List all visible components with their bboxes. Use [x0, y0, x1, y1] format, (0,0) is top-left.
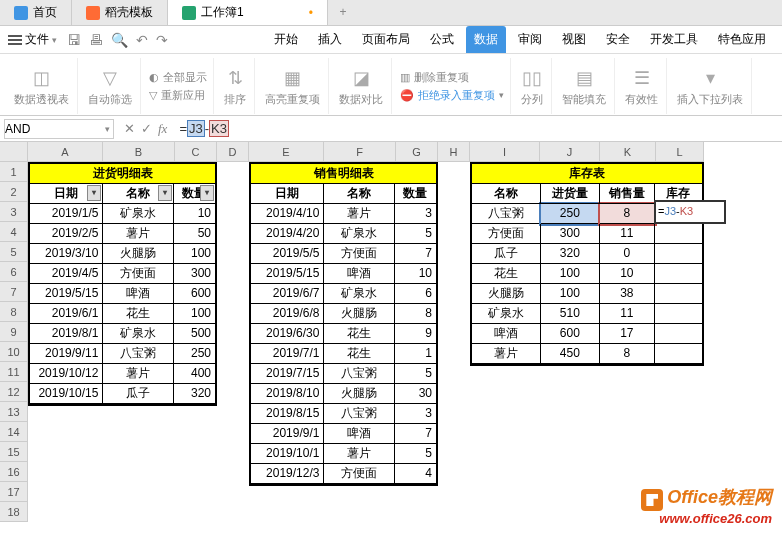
undo-icon[interactable]: ↶: [136, 32, 148, 48]
table-cell[interactable]: 11: [600, 224, 655, 244]
table-cell[interactable]: 啤酒: [472, 324, 541, 344]
table-cell[interactable]: 50: [174, 224, 215, 244]
table-cell[interactable]: 2019/10/15: [30, 384, 103, 404]
table-cell[interactable]: 9: [395, 324, 436, 344]
table-cell[interactable]: 320: [541, 244, 600, 264]
reapply-button[interactable]: ▽重新应用: [149, 88, 207, 103]
table-cell[interactable]: 薯片: [472, 344, 541, 364]
row-header-16[interactable]: 16: [0, 462, 28, 482]
tab-workbook[interactable]: 工作簿1 •: [168, 0, 328, 25]
row-header-5[interactable]: 5: [0, 242, 28, 262]
ribbon-tab-special[interactable]: 特色应用: [710, 26, 774, 53]
table-cell[interactable]: 花生: [324, 324, 394, 344]
table-cell[interactable]: 花生: [472, 264, 541, 284]
table-cell[interactable]: 2019/7/15: [251, 364, 324, 384]
row-header-4[interactable]: 4: [0, 222, 28, 242]
table-cell[interactable]: 啤酒: [103, 284, 173, 304]
name-box[interactable]: AND ▾: [4, 119, 114, 139]
autofilter-button[interactable]: ▽ 自动筛选: [80, 58, 141, 114]
table-cell[interactable]: 2019/6/1: [30, 304, 103, 324]
table-cell[interactable]: 5: [395, 444, 436, 464]
ribbon-tab-security[interactable]: 安全: [598, 26, 638, 53]
filter-dropdown-icon[interactable]: ▾: [200, 185, 214, 201]
row-header-6[interactable]: 6: [0, 262, 28, 282]
table-cell[interactable]: 100: [174, 304, 215, 324]
table-cell[interactable]: 10: [600, 264, 655, 284]
col-header-d[interactable]: D: [217, 142, 249, 162]
row-header-17[interactable]: 17: [0, 482, 28, 502]
fx-icon[interactable]: fx: [158, 121, 167, 137]
show-all-button[interactable]: ◐全部显示: [149, 70, 207, 85]
row-header-12[interactable]: 12: [0, 382, 28, 402]
col-header-f[interactable]: F: [324, 142, 396, 162]
table-cell[interactable]: 17: [600, 324, 655, 344]
table-cell[interactable]: [655, 264, 702, 284]
col-header-l[interactable]: L: [656, 142, 704, 162]
table-cell[interactable]: 1: [395, 344, 436, 364]
ribbon-tab-review[interactable]: 审阅: [510, 26, 550, 53]
row-header-7[interactable]: 7: [0, 282, 28, 302]
table-cell[interactable]: 510: [541, 304, 600, 324]
tab-template[interactable]: 稻壳模板: [72, 0, 168, 25]
table-cell[interactable]: 2019/8/15: [251, 404, 324, 424]
tab-home[interactable]: 首页: [0, 0, 72, 25]
table-cell[interactable]: 2019/6/7: [251, 284, 324, 304]
row-header-13[interactable]: 13: [0, 402, 28, 422]
table-cell[interactable]: 250: [174, 344, 215, 364]
table-cell[interactable]: 100: [541, 284, 600, 304]
table-cell[interactable]: 4: [395, 464, 436, 484]
table-cell[interactable]: 2019/12/3: [251, 464, 324, 484]
sort-button[interactable]: ⇅ 排序: [216, 58, 255, 114]
table-cell[interactable]: 方便面: [324, 464, 394, 484]
col-header-g[interactable]: G: [396, 142, 438, 162]
ribbon-tab-devtools[interactable]: 开发工具: [642, 26, 706, 53]
split-column-button[interactable]: ▯▯ 分列: [513, 58, 552, 114]
row-header-8[interactable]: 8: [0, 302, 28, 322]
data-compare-button[interactable]: ◪ 数据对比: [331, 58, 392, 114]
table-cell[interactable]: [655, 284, 702, 304]
table-cell[interactable]: 2019/5/15: [30, 284, 103, 304]
table-cell[interactable]: 400: [174, 364, 215, 384]
col-header-k[interactable]: K: [600, 142, 656, 162]
smart-fill-button[interactable]: ▤ 智能填充: [554, 58, 615, 114]
table-cell[interactable]: 7: [395, 244, 436, 264]
validation-button[interactable]: ☰ 有效性: [617, 58, 667, 114]
save-icon[interactable]: 🖫: [67, 32, 81, 48]
table-cell[interactable]: 38: [600, 284, 655, 304]
file-menu-button[interactable]: 文件 ▾: [8, 31, 57, 48]
row-header-1[interactable]: 1: [0, 162, 28, 182]
table-cell[interactable]: 2019/8/10: [251, 384, 324, 404]
table-cell[interactable]: 600: [174, 284, 215, 304]
select-all-corner[interactable]: [0, 142, 28, 162]
table-cell[interactable]: 火腿肠: [324, 304, 394, 324]
table-cell[interactable]: 2019/8/1: [30, 324, 103, 344]
row-header-2[interactable]: 2: [0, 182, 28, 202]
table-cell[interactable]: 100: [541, 264, 600, 284]
new-tab-button[interactable]: +: [328, 0, 358, 25]
table-cell[interactable]: 2019/5/15: [251, 264, 324, 284]
table-cell[interactable]: 火腿肠: [324, 384, 394, 404]
col-header-a[interactable]: A: [28, 142, 103, 162]
table-cell[interactable]: 矿泉水: [103, 204, 173, 224]
table-cell[interactable]: 7: [395, 424, 436, 444]
row-header-10[interactable]: 10: [0, 342, 28, 362]
table-cell[interactable]: [655, 344, 702, 364]
col-header-h[interactable]: H: [438, 142, 470, 162]
table-cell[interactable]: 11: [600, 304, 655, 324]
preview-icon[interactable]: 🔍: [111, 32, 128, 48]
table-cell[interactable]: 啤酒: [324, 424, 394, 444]
table-cell[interactable]: 2019/6/30: [251, 324, 324, 344]
table-cell[interactable]: 10: [174, 204, 215, 224]
ribbon-tab-formula[interactable]: 公式: [422, 26, 462, 53]
table-cell[interactable]: 花生: [324, 344, 394, 364]
table-cell[interactable]: 方便面: [103, 264, 173, 284]
table-cell[interactable]: 6: [395, 284, 436, 304]
table-cell[interactable]: 火腿肠: [103, 244, 173, 264]
table-cell[interactable]: 300: [174, 264, 215, 284]
table-cell[interactable]: 300: [541, 224, 600, 244]
table-cell[interactable]: [655, 324, 702, 344]
table-cell[interactable]: 450: [541, 344, 600, 364]
row-header-11[interactable]: 11: [0, 362, 28, 382]
row-header-3[interactable]: 3: [0, 202, 28, 222]
table-cell[interactable]: 250: [541, 204, 600, 224]
